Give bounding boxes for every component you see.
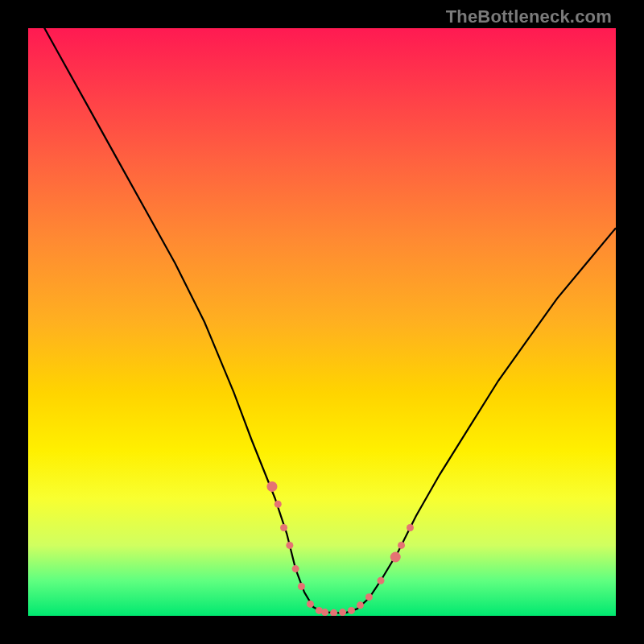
marker-dot [266, 481, 277, 492]
marker-dot [298, 583, 305, 590]
bottleneck-curve [28, 28, 616, 613]
marker-dot [330, 609, 337, 616]
marker-dot [292, 565, 299, 572]
marker-dot [398, 542, 405, 549]
marker-dot [321, 609, 328, 616]
marker-dot [280, 524, 287, 531]
marker-dot [339, 609, 346, 616]
marker-dot [378, 577, 385, 584]
marker-group [266, 481, 414, 616]
curve-svg [28, 28, 616, 616]
marker-dot [357, 601, 364, 609]
gradient-plot-area [28, 28, 616, 616]
marker-dot [365, 593, 373, 601]
marker-dot [348, 607, 355, 614]
marker-dot [307, 601, 314, 608]
marker-dot [286, 542, 293, 549]
marker-dot [407, 524, 414, 531]
marker-dot [390, 552, 401, 563]
marker-dot [275, 501, 282, 508]
curve-path [28, 28, 616, 613]
watermark-label: TheBottleneck.com [446, 6, 612, 27]
chart-frame: TheBottleneck.com [0, 0, 644, 644]
